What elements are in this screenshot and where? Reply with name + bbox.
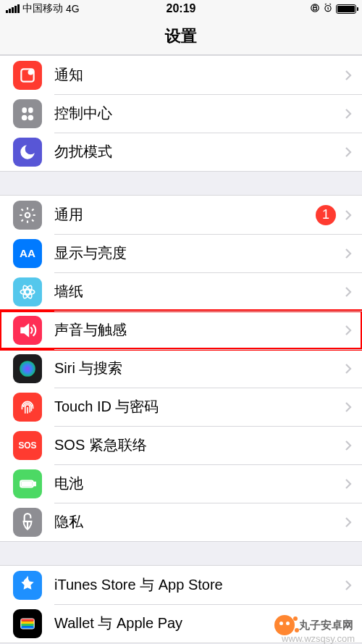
svg-rect-18 — [34, 482, 35, 485]
wallet-icon — [13, 609, 42, 638]
chevron-right-icon — [345, 517, 352, 528]
settings-row-label: SOS 紧急联络 — [54, 435, 345, 455]
settings-group: 通知控制中心勿扰模式 — [0, 55, 362, 172]
settings-row-control-center[interactable]: 控制中心 — [0, 94, 362, 133]
chevron-right-icon — [345, 580, 352, 591]
settings-row-notifications[interactable]: 通知 — [0, 56, 362, 94]
sounds-icon — [13, 316, 42, 345]
chevron-right-icon — [345, 478, 352, 490]
settings-row-general[interactable]: 通用1 — [0, 196, 362, 234]
svg-rect-25 — [21, 626, 33, 628]
settings-row-label: 电池 — [54, 474, 345, 493]
settings-row-label: 控制中心 — [54, 104, 345, 123]
chevron-right-icon — [345, 401, 352, 413]
settings-row-label: 通用 — [54, 205, 316, 225]
svg-rect-23 — [21, 621, 33, 623]
chevron-right-icon — [345, 209, 352, 221]
settings-row-label: 声音与触感 — [54, 320, 345, 340]
settings-row-label: iTunes Store 与 App Store — [54, 575, 345, 595]
settings-row-wallet[interactable]: Wallet 与 Apple Pay — [0, 604, 362, 643]
svg-rect-5 — [22, 107, 27, 113]
svg-point-9 — [25, 212, 30, 217]
chevron-right-icon — [345, 70, 352, 81]
settings-row-sounds[interactable]: 声音与触感 — [0, 311, 362, 349]
settings-row-privacy[interactable]: 隐私 — [0, 503, 362, 541]
settings-row-touchid[interactable]: Touch ID 与密码 — [0, 388, 362, 426]
svg-rect-22 — [21, 619, 33, 621]
settings-row-display[interactable]: AA显示与亮度 — [0, 234, 362, 272]
battery-icon — [13, 469, 42, 498]
signal-icon — [6, 4, 20, 13]
settings-group: 通用1AA显示与亮度墙纸声音与触感Siri 与搜索Touch ID 与密码SOS… — [0, 195, 362, 542]
settings-row-label: 通知 — [54, 65, 345, 85]
wallpaper-icon — [13, 277, 42, 306]
svg-point-7 — [22, 114, 28, 120]
status-bar: 中国移动 4G 20:19 — [0, 0, 362, 17]
chevron-right-icon — [345, 248, 352, 259]
control-center-icon — [13, 99, 42, 128]
svg-text:AA: AA — [20, 247, 35, 259]
status-right — [310, 3, 356, 15]
status-left: 中国移动 4G — [6, 2, 80, 15]
settings-row-label: Wallet 与 Apple Pay — [54, 614, 345, 633]
dnd-icon — [13, 138, 42, 167]
notification-badge: 1 — [316, 205, 336, 225]
svg-text:SOS: SOS — [18, 440, 36, 451]
settings-row-dnd[interactable]: 勿扰模式 — [0, 133, 362, 171]
settings-row-label: 勿扰模式 — [54, 142, 345, 162]
network-label: 4G — [66, 3, 80, 14]
notifications-icon — [13, 61, 42, 90]
lock-icon — [310, 3, 320, 15]
settings-row-wallpaper[interactable]: 墙纸 — [0, 272, 362, 311]
svg-point-4 — [29, 70, 33, 73]
chevron-right-icon — [345, 440, 352, 451]
settings-row-label: 墙纸 — [54, 282, 345, 301]
touchid-icon — [13, 393, 42, 422]
page-title: 设置 — [0, 17, 362, 55]
battery-icon — [336, 4, 356, 14]
svg-point-8 — [28, 114, 34, 120]
svg-point-15 — [20, 361, 35, 377]
sos-icon: SOS — [13, 431, 42, 460]
carrier-label: 中国移动 — [22, 2, 63, 15]
settings-row-label: Touch ID 与密码 — [54, 397, 345, 417]
chevron-right-icon — [345, 108, 352, 120]
settings-row-label: 显示与亮度 — [54, 243, 345, 263]
chevron-right-icon — [345, 618, 352, 630]
settings-row-siri[interactable]: Siri 与搜索 — [0, 349, 362, 388]
chevron-right-icon — [345, 363, 352, 375]
settings-row-itunes[interactable]: iTunes Store 与 App Store — [0, 566, 362, 604]
settings-list: 通知控制中心勿扰模式通用1AA显示与亮度墙纸声音与触感Siri 与搜索Touch… — [0, 55, 362, 643]
chevron-right-icon — [345, 325, 352, 336]
settings-row-battery[interactable]: 电池 — [0, 464, 362, 503]
settings-row-label: Siri 与搜索 — [54, 359, 345, 378]
svg-rect-24 — [21, 624, 33, 626]
svg-rect-1 — [313, 7, 317, 10]
privacy-icon — [13, 508, 42, 537]
general-icon — [13, 201, 42, 230]
alarm-icon — [323, 3, 333, 15]
settings-row-label: 隐私 — [54, 512, 345, 532]
chevron-right-icon — [345, 286, 352, 298]
chevron-right-icon — [345, 146, 352, 158]
settings-row-sos[interactable]: SOSSOS 紧急联络 — [0, 426, 362, 464]
status-time: 20:19 — [167, 2, 196, 15]
display-icon: AA — [13, 239, 42, 268]
settings-group: iTunes Store 与 App StoreWallet 与 Apple P… — [0, 565, 362, 643]
itunes-icon — [13, 571, 42, 600]
siri-icon — [13, 354, 42, 383]
svg-rect-6 — [28, 107, 33, 113]
svg-rect-19 — [22, 482, 31, 485]
